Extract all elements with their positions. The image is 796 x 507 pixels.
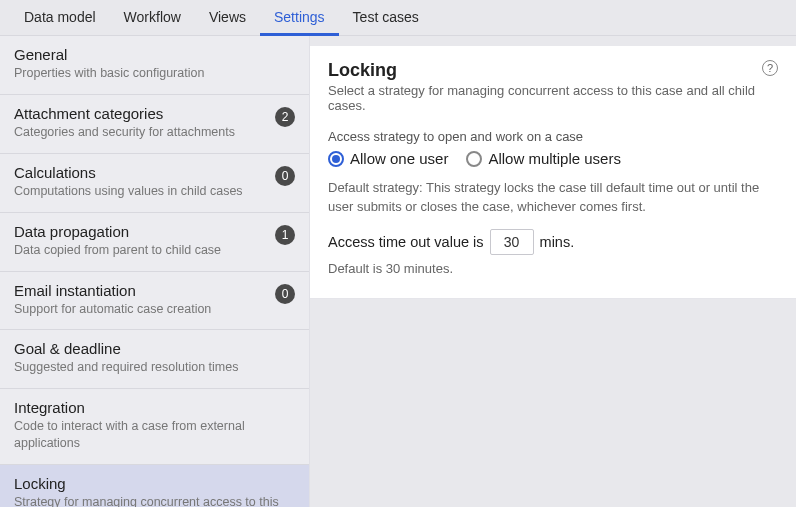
- access-strategy-radio-group: Allow one user Allow multiple users: [328, 150, 778, 167]
- sidebar-item-general[interactable]: General Properties with basic configurat…: [0, 36, 309, 95]
- sidebar-item-title: Data propagation: [14, 223, 267, 240]
- timeout-row: Access time out value is mins.: [328, 229, 778, 255]
- sidebar-item-desc: Data copied from parent to child case: [14, 242, 267, 259]
- tab-workflow[interactable]: Workflow: [110, 0, 195, 36]
- sidebar-item-goal-deadline[interactable]: Goal & deadline Suggested and required r…: [0, 330, 309, 389]
- sidebar-item-email-instantiation[interactable]: Email instantiation Support for automati…: [0, 272, 309, 331]
- tab-views[interactable]: Views: [195, 0, 260, 36]
- sidebar-item-desc: Suggested and required resolution times: [14, 359, 287, 376]
- sidebar-item-integration[interactable]: Integration Code to interact with a case…: [0, 389, 309, 465]
- strategy-info-text: Default strategy: This strategy locks th…: [328, 179, 778, 217]
- sidebar-item-attachment-categories[interactable]: Attachment categories Categories and sec…: [0, 95, 309, 154]
- locking-panel: Locking ? Select a strategy for managing…: [310, 46, 796, 299]
- panel-heading: Locking: [328, 60, 397, 81]
- sidebar-item-desc: Categories and security for attachments: [14, 124, 267, 141]
- timeout-prefix: Access time out value is: [328, 234, 484, 250]
- panel-subtitle: Select a strategy for managing concurren…: [328, 83, 778, 113]
- content-area: Locking ? Select a strategy for managing…: [310, 36, 796, 507]
- sidebar-item-desc: Support for automatic case creation: [14, 301, 267, 318]
- sidebar-item-title: Integration: [14, 399, 287, 416]
- access-strategy-label: Access strategy to open and work on a ca…: [328, 129, 778, 144]
- tab-settings[interactable]: Settings: [260, 0, 339, 36]
- radio-allow-multiple-users[interactable]: Allow multiple users: [466, 150, 621, 167]
- sidebar-item-title: Email instantiation: [14, 282, 267, 299]
- radio-label: Allow multiple users: [488, 150, 621, 167]
- timeout-hint: Default is 30 minutes.: [328, 261, 778, 276]
- sidebar-item-title: Goal & deadline: [14, 340, 287, 357]
- sidebar-item-desc: Computations using values in child cases: [14, 183, 267, 200]
- timeout-suffix: mins.: [540, 234, 575, 250]
- sidebar-item-desc: Strategy for managing concurrent access …: [14, 494, 287, 507]
- count-badge: 0: [275, 166, 295, 186]
- timeout-input[interactable]: [490, 229, 534, 255]
- radio-label: Allow one user: [350, 150, 448, 167]
- sidebar-item-desc: Code to interact with a case from extern…: [14, 418, 287, 452]
- sidebar-item-data-propagation[interactable]: Data propagation Data copied from parent…: [0, 213, 309, 272]
- tab-bar: Data model Workflow Views Settings Test …: [0, 0, 796, 36]
- tab-test-cases[interactable]: Test cases: [339, 0, 433, 36]
- count-badge: 2: [275, 107, 295, 127]
- radio-icon: [328, 151, 344, 167]
- radio-allow-one-user[interactable]: Allow one user: [328, 150, 448, 167]
- sidebar-item-title: Attachment categories: [14, 105, 267, 122]
- sidebar-item-desc: Properties with basic configuration: [14, 65, 287, 82]
- sidebar-item-title: Calculations: [14, 164, 267, 181]
- tab-data-model[interactable]: Data model: [10, 0, 110, 36]
- sidebar-item-title: General: [14, 46, 287, 63]
- count-badge: 0: [275, 284, 295, 304]
- sidebar-item-calculations[interactable]: Calculations Computations using values i…: [0, 154, 309, 213]
- help-icon[interactable]: ?: [762, 60, 778, 76]
- radio-icon: [466, 151, 482, 167]
- sidebar-item-locking[interactable]: Locking Strategy for managing concurrent…: [0, 465, 309, 507]
- count-badge: 1: [275, 225, 295, 245]
- sidebar-item-title: Locking: [14, 475, 287, 492]
- settings-sidebar: General Properties with basic configurat…: [0, 36, 310, 507]
